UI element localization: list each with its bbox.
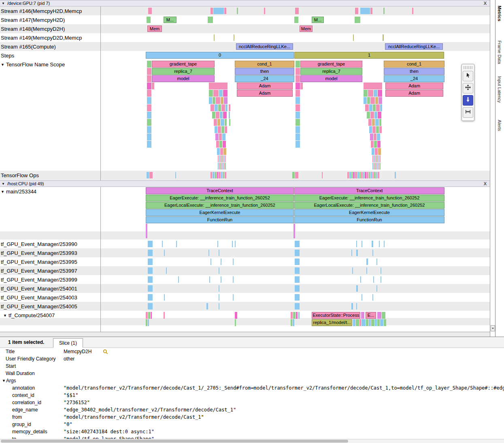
trace-event[interactable] [223,112,227,119]
trace-event[interactable] [213,8,224,14]
trace-event[interactable] [293,319,294,326]
trace-event[interactable] [147,97,151,104]
trace-event[interactable] [146,312,148,319]
trace-event[interactable] [347,172,349,178]
trace-event[interactable] [377,312,381,319]
trace-event[interactable] [218,104,221,111]
trace-event[interactable] [166,267,167,274]
trace-event[interactable] [218,126,221,133]
trace-event[interactable] [296,90,300,97]
trace-event[interactable] [211,259,211,265]
trace-event[interactable] [147,68,151,75]
trace-event[interactable] [147,83,151,89]
trace-event[interactable] [221,172,223,178]
trace-event[interactable] [233,276,234,283]
scroll-down-button[interactable]: ▼ [491,325,495,331]
trace-event[interactable] [371,319,374,326]
trace-event[interactable] [379,119,381,126]
trace-event[interactable] [219,294,219,301]
trace-event[interactable] [378,90,382,97]
trace-event[interactable] [219,303,219,309]
trace-event[interactable] [372,294,373,301]
trace-event[interactable] [148,267,153,274]
trace-event[interactable] [221,155,222,162]
trace-event[interactable] [221,104,225,111]
trace-event[interactable] [370,97,375,104]
trace-event[interactable] [148,303,153,309]
trace-event[interactable] [296,97,300,104]
horizontal-scroll-thumb[interactable] [1,440,348,443]
trace-event[interactable] [351,303,353,309]
trace-event[interactable] [217,172,218,178]
trace-event[interactable] [372,126,376,133]
trace-event[interactable] [377,155,378,162]
trace-event[interactable]: EagerLocalExecute: __inference_train_fun… [294,202,444,209]
trace-event[interactable] [384,241,385,247]
trace-event[interactable] [374,141,377,148]
args-section-toggle[interactable]: ▼ Args [0,377,504,384]
trace-event[interactable] [148,250,153,256]
trace-event[interactable] [223,172,224,178]
trace-event[interactable] [149,172,153,178]
trace-event[interactable] [215,134,219,140]
trace-event[interactable] [293,312,296,319]
cpu-track-label-9[interactable]: ▼tf_Compute/254007 [3,312,55,318]
trace-event[interactable] [379,126,382,133]
trace-event[interactable] [222,134,225,140]
trace-event[interactable] [178,276,179,283]
trace-event[interactable] [365,172,366,178]
trace-event[interactable] [366,319,368,326]
trace-event[interactable] [221,276,221,283]
trace-event[interactable] [148,259,153,265]
trace-event[interactable] [295,250,300,256]
trace-event[interactable] [295,8,299,14]
trace-event[interactable] [378,112,381,119]
trace-event[interactable]: Adam [237,83,293,89]
trace-event[interactable] [235,241,236,247]
trace-event[interactable] [355,172,357,178]
trace-event[interactable] [218,155,219,162]
trace-event[interactable] [377,163,378,170]
trace-event[interactable] [294,17,298,23]
trace-event[interactable]: Adam [385,90,443,97]
trace-event[interactable] [219,172,221,178]
trace-event[interactable]: gradient_tape [152,61,215,68]
trace-event[interactable] [380,104,382,111]
trace-event[interactable] [162,241,163,247]
trace-event[interactable] [300,83,303,89]
toolbar-drag-handle[interactable] [464,66,472,69]
trace-event[interactable] [213,97,215,104]
trace-event[interactable] [296,312,298,319]
trace-event[interactable] [364,90,368,97]
trace-event[interactable] [375,119,379,126]
trace-event[interactable]: M... [164,17,177,23]
trace-event[interactable] [376,163,377,170]
trace-event[interactable] [223,163,223,170]
trace-event[interactable] [295,303,300,309]
trace-event[interactable] [291,312,293,319]
trace-event[interactable] [209,83,228,89]
trace-event[interactable] [376,259,377,265]
trace-event[interactable] [378,172,379,178]
trace-event[interactable] [224,8,226,14]
trace-event[interactable] [381,267,381,274]
trace-event[interactable]: E... [366,312,376,319]
trace-event[interactable] [221,126,224,133]
trace-event[interactable] [356,250,358,256]
zoom-tool-button[interactable] [463,95,473,106]
trace-event[interactable] [217,148,220,155]
trace-event[interactable] [369,126,372,133]
trace-event[interactable]: ncclAllReduceRingLLKe... [385,43,443,50]
trace-event[interactable] [295,259,300,265]
side-tab-input-latency[interactable]: Input Latency [497,76,502,103]
trace-event[interactable] [379,163,379,170]
trace-event[interactable] [296,112,300,119]
trace-event[interactable] [376,172,377,178]
trace-event[interactable] [295,267,300,274]
trace-event[interactable] [233,294,234,301]
trace-event[interactable] [366,259,368,265]
trace-event[interactable] [295,172,298,178]
trace-event[interactable] [229,119,230,126]
trace-event[interactable] [233,259,234,265]
trace-event[interactable] [296,126,300,133]
